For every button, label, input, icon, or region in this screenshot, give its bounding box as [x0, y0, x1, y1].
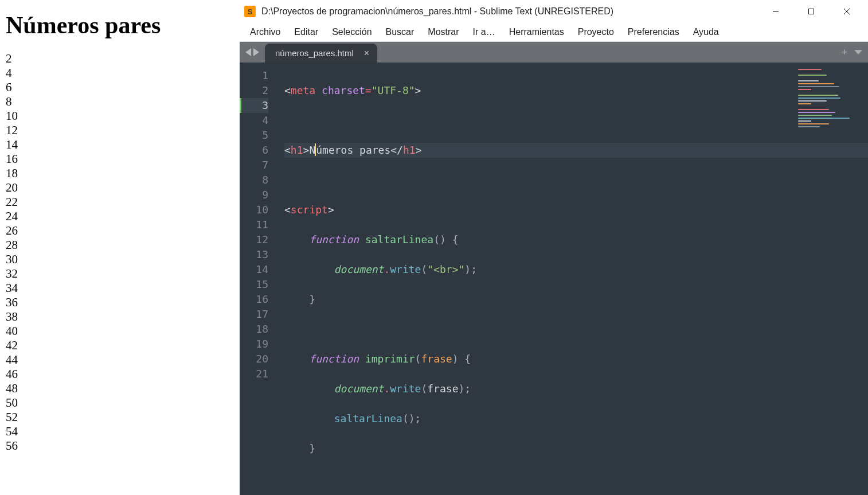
output-number: 26 — [6, 224, 234, 238]
menu-ayuda[interactable]: Ayuda — [686, 25, 726, 40]
minimap[interactable] — [796, 67, 865, 119]
line-number: 4 — [240, 113, 268, 128]
output-number: 32 — [6, 267, 234, 281]
window-title: D:\Proyectos de programacion\números_par… — [261, 6, 758, 17]
output-number: 24 — [6, 209, 234, 224]
output-number: 4 — [6, 66, 234, 80]
line-number: 15 — [240, 277, 268, 292]
menu-archivo[interactable]: Archivo — [243, 25, 287, 40]
output-number: 42 — [6, 338, 234, 353]
close-button[interactable] — [829, 0, 865, 23]
window-controls — [758, 0, 865, 23]
output-number: 38 — [6, 310, 234, 324]
output-number: 8 — [6, 95, 234, 109]
output-number: 6 — [6, 80, 234, 95]
menu-proyecto[interactable]: Proyecto — [571, 25, 621, 40]
line-number: 9 — [240, 188, 268, 202]
output-number: 46 — [6, 367, 234, 381]
line-number: 14 — [240, 262, 268, 277]
line-number: 21 — [240, 367, 268, 381]
tab-dropdown-icon[interactable] — [854, 50, 862, 54]
tab-label: números_pares.html — [275, 48, 354, 58]
line-number: 3 — [240, 98, 268, 113]
line-number: 18 — [240, 322, 268, 337]
menu-buscar[interactable]: Buscar — [379, 25, 421, 40]
line-number: 7 — [240, 158, 268, 173]
output-number: 48 — [6, 381, 234, 396]
minimize-button[interactable] — [758, 0, 793, 23]
output-number: 12 — [6, 123, 234, 138]
history-back-icon — [245, 48, 251, 56]
tab-active[interactable]: números_pares.html × — [265, 44, 377, 63]
output-number: 44 — [6, 353, 234, 367]
output-number: 20 — [6, 181, 234, 195]
output-number: 30 — [6, 252, 234, 267]
line-number: 16 — [240, 292, 268, 307]
line-number: 11 — [240, 217, 268, 232]
output-number: 36 — [6, 295, 234, 310]
line-number: 2 — [240, 83, 268, 98]
line-number: 5 — [240, 128, 268, 143]
output-number: 50 — [6, 396, 234, 410]
output-number: 2 — [6, 52, 234, 66]
numbers-output: 2468101214161820222426283032343638404244… — [6, 52, 234, 453]
menu-ira[interactable]: Ir a… — [466, 25, 502, 40]
output-number: 54 — [6, 424, 234, 439]
line-number: 20 — [240, 352, 268, 367]
history-forward-icon — [253, 48, 259, 56]
output-number: 40 — [6, 324, 234, 338]
new-tab-button[interactable]: + — [841, 47, 847, 57]
output-number: 16 — [6, 152, 234, 166]
output-number: 34 — [6, 281, 234, 295]
code-area[interactable]: <meta charset="UTF-8"> <h1>Números pares… — [275, 63, 868, 495]
titlebar: S D:\Proyectos de programacion\números_p… — [240, 0, 868, 23]
menubar: ArchivoEditarSelecciónBuscarMostrarIr a…… — [240, 23, 868, 42]
line-number: 13 — [240, 247, 268, 262]
line-number: 1 — [240, 68, 268, 83]
tab-close-icon[interactable]: × — [364, 48, 369, 59]
menu-preferencias[interactable]: Preferencias — [621, 25, 686, 40]
tab-history-nav[interactable] — [240, 42, 265, 63]
page-heading: Números pares — [6, 11, 234, 39]
output-number: 10 — [6, 109, 234, 123]
output-number: 28 — [6, 238, 234, 252]
line-number: 6 — [240, 143, 268, 158]
output-number: 56 — [6, 439, 234, 453]
menu-seleccion[interactable]: Selección — [325, 25, 378, 40]
line-number: 17 — [240, 307, 268, 322]
editor[interactable]: 123456789101112131415161718192021 <meta … — [240, 63, 868, 495]
browser-output: Números pares 24681012141618202224262830… — [0, 0, 240, 495]
menu-herramientas[interactable]: Herramientas — [502, 25, 571, 40]
sublime-window: S D:\Proyectos de programacion\números_p… — [240, 0, 868, 495]
line-number: 12 — [240, 232, 268, 247]
output-number: 18 — [6, 166, 234, 181]
menu-mostrar[interactable]: Mostrar — [421, 25, 466, 40]
menu-editar[interactable]: Editar — [287, 25, 325, 40]
svg-rect-1 — [809, 9, 814, 14]
maximize-button[interactable] — [793, 0, 829, 23]
output-number: 52 — [6, 410, 234, 424]
output-number: 14 — [6, 138, 234, 152]
line-number: 8 — [240, 173, 268, 188]
line-number: 10 — [240, 202, 268, 217]
line-number: 19 — [240, 337, 268, 352]
line-gutter: 123456789101112131415161718192021 — [240, 63, 275, 495]
output-number: 22 — [6, 195, 234, 209]
tab-bar: números_pares.html × + — [240, 42, 868, 63]
sublime-logo-icon: S — [244, 6, 256, 17]
